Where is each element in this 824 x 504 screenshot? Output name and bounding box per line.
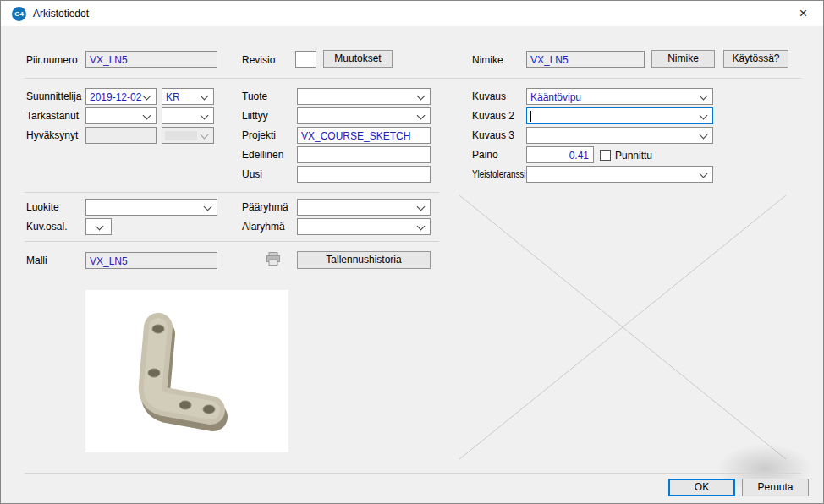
chevron-down-icon [417,203,426,211]
tarkastanut-date-combo[interactable] [85,107,157,124]
yleistoleranssi-label: Yleistoleranssi [472,168,525,180]
kuv-osal-label: Kuv.osal. [26,221,67,233]
kuvaus-label: Kuvaus [472,90,506,102]
paino-value: 0.41 [569,150,589,162]
projekti-field[interactable]: VX_COURSE_SKETCH [297,127,431,144]
hyvaksynyt-date-field [85,127,157,144]
peruuta-button[interactable]: Peruuta [742,479,809,496]
nimike-label: Nimike [472,54,503,66]
nimike-button[interactable]: Nimike [651,50,715,68]
luokite-combo[interactable] [85,199,217,216]
malli-value: VX_LN5 [90,255,128,267]
close-icon: × [799,6,807,20]
tallennushistoria-button[interactable]: Tallennushistoria [297,251,431,269]
kuvaus-combo[interactable]: Kääntövipu [526,88,713,105]
tarkastanut-label: Tarkastanut [26,110,79,122]
kuvaus3-combo[interactable] [526,127,713,144]
text-cursor [530,111,531,122]
chevron-down-icon [417,92,426,101]
kuvaus2-label: Kuvaus 2 [472,110,514,122]
kuvaus3-label: Kuvaus 3 [472,129,514,141]
paaryhma-combo[interactable] [297,199,431,216]
kuvaus2-combo[interactable] [526,107,713,124]
chevron-down-icon [143,92,151,101]
malli-field: VX_LN5 [85,252,217,269]
piir-numero-label: Piir.numero [26,54,78,66]
nimike-value: VX_LN5 [530,54,569,66]
separator-footer [25,473,801,474]
kaytossa-button[interactable]: Käytössä? [723,50,788,68]
tarkastanut-initials-combo[interactable] [162,107,214,124]
liittyy-combo[interactable] [297,107,431,124]
arkistotiedot-dialog: G4 Arkistotiedot × Piir.numero VX_LN5 Re… [0,0,824,504]
close-button[interactable]: × [784,2,822,26]
chevron-down-icon [201,92,209,101]
ok-button[interactable]: OK [668,479,735,496]
hyvaksynyt-initials-combo [162,127,214,144]
chevron-down-icon [700,170,708,178]
chevron-down-icon [700,131,708,140]
suunnittelija-date-combo[interactable]: 2019-12-02 [85,88,157,105]
edellinen-label: Edellinen [242,149,283,161]
revisio-field[interactable] [295,51,316,68]
preview-placeholder [458,194,788,461]
separator-top [25,78,801,79]
title-bar[interactable]: G4 Arkistotiedot × [1,1,823,26]
alaryhma-combo[interactable] [297,218,431,235]
window-title: Arkistotiedot [33,8,89,19]
chevron-down-icon [700,112,708,120]
uusi-label: Uusi [242,168,262,180]
suunnittelija-label: Suunnittelija [26,90,81,102]
suunnittelija-initials-value: KR [166,91,180,103]
malli-label: Malli [26,255,47,266]
piir-numero-field[interactable]: VX_LN5 [85,51,217,68]
paino-label: Paino [472,149,498,161]
edellinen-field[interactable] [297,146,431,163]
liittyy-label: Liittyy [242,110,268,122]
yleistoleranssi-combo[interactable] [526,166,713,183]
g4-app-icon: G4 [12,7,26,21]
piir-numero-value: VX_LN5 [90,54,128,66]
kuv-osal-combo[interactable] [85,218,112,235]
muutokset-button[interactable]: Muutokset [323,50,393,68]
separator-model [25,241,439,242]
kuvaus-value: Kääntövipu [530,91,581,103]
punnittu-checkbox[interactable] [600,150,611,161]
paaryhma-label: Pääryhmä [242,201,288,213]
disabled-swatch [165,131,197,140]
chevron-down-icon [96,222,104,231]
printer-icon[interactable] [265,250,282,267]
hyvaksynyt-label: Hyväksynyt [26,129,78,141]
revisio-label: Revisio [242,54,275,66]
part-thumbnail [85,290,288,452]
alaryhma-label: Alaryhmä [242,221,285,233]
suunnittelija-date-value: 2019-12-02 [90,91,141,103]
projekti-label: Projekti [242,129,276,141]
suunnittelija-initials-combo[interactable]: KR [162,88,214,105]
paino-field[interactable]: 0.41 [526,146,594,163]
chevron-down-icon [204,203,212,211]
projekti-value: VX_COURSE_SKETCH [301,130,410,142]
uusi-field[interactable] [297,166,431,183]
luokite-label: Luokite [26,201,59,213]
tuote-label: Tuote [242,90,267,102]
chevron-down-icon [143,112,151,120]
chevron-down-icon [201,112,209,120]
separator-classification [25,192,439,193]
punnittu-label: Punnittu [615,150,652,162]
chevron-down-icon [417,222,426,231]
chevron-down-icon [201,131,209,140]
nimike-field[interactable]: VX_LN5 [526,51,645,68]
chevron-down-icon [417,112,426,120]
tuote-combo[interactable] [297,88,431,105]
chevron-down-icon [700,92,708,101]
bracket-3d-image [85,290,288,452]
